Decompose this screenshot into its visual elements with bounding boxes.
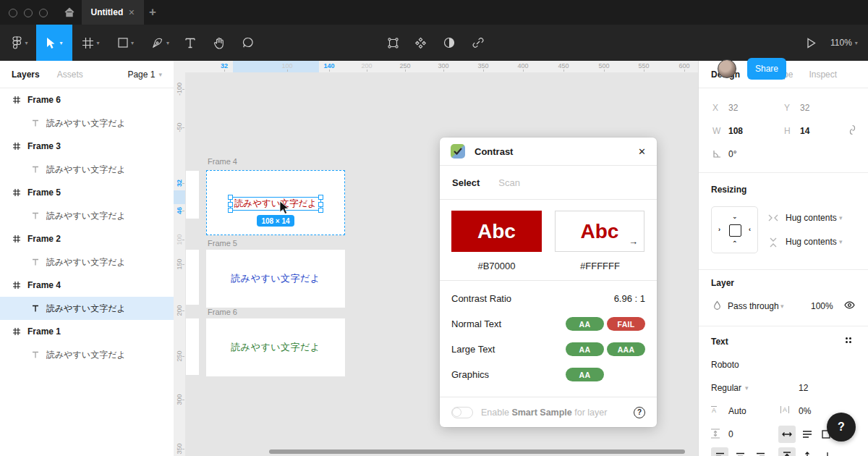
y-input[interactable]: 32 — [800, 103, 809, 113]
layer-row-text[interactable]: 読みやすい文字だよ — [0, 158, 174, 181]
rotation-input[interactable]: 0° — [728, 149, 736, 159]
text-selection-box[interactable]: 読みやすい文字だよ — [230, 197, 321, 211]
hand-tool-button[interactable] — [208, 25, 230, 61]
frame-5-label[interactable]: Frame 5 — [208, 239, 237, 248]
layer-row-frame-3[interactable]: Frame 3 — [0, 135, 174, 158]
mask-button[interactable] — [438, 25, 460, 61]
partial-frame[interactable] — [186, 318, 199, 375]
shape-tool-button[interactable]: ▾ — [110, 25, 142, 61]
comment-tool-button[interactable] — [237, 25, 259, 61]
share-button[interactable]: Share — [747, 58, 786, 80]
selection-handle[interactable] — [228, 195, 233, 200]
home-icon[interactable] — [64, 7, 75, 18]
frame-6[interactable]: 読みやすい文字だよ — [206, 318, 345, 376]
text-styles-icon[interactable] — [846, 337, 851, 343]
text-align-right-button[interactable] — [752, 447, 769, 456]
chevron-down-icon[interactable]: ▾ — [839, 238, 843, 245]
opacity-input[interactable]: 100% — [811, 301, 833, 311]
selection-handle[interactable] — [318, 202, 323, 207]
horizontal-scrollbar[interactable] — [269, 449, 685, 454]
blend-mode-select[interactable]: Pass through — [728, 301, 779, 311]
tab-assets[interactable]: Assets — [57, 69, 83, 80]
layer-row-text[interactable]: 読みやすい文字だよ — [0, 111, 174, 135]
chevron-down-icon[interactable]: ▾ — [780, 303, 784, 310]
paragraph-spacing-input[interactable]: 0 — [728, 429, 733, 439]
selection-handle[interactable] — [318, 195, 323, 200]
window-controls[interactable] — [9, 7, 54, 20]
dialog-header[interactable]: Contrast ✕ — [440, 138, 657, 166]
pen-tool-button[interactable]: ▾ — [145, 25, 176, 61]
vertical-resizing-select[interactable]: Hug contents — [786, 237, 837, 247]
font-family-select[interactable]: Roboto — [711, 360, 739, 370]
line-height-input[interactable]: Auto — [728, 406, 746, 416]
background-swatch[interactable]: Abc → — [555, 211, 644, 252]
foreground-swatch[interactable]: Abc — [451, 211, 542, 252]
partial-frame[interactable] — [186, 171, 199, 219]
vertical-align-middle-button[interactable] — [799, 447, 816, 456]
frame-4-text[interactable]: 読みやすい文字だよ — [234, 198, 317, 210]
tab-select[interactable]: Select — [452, 177, 480, 188]
close-tab-icon[interactable]: ✕ — [128, 8, 135, 17]
layer-row-frame-4[interactable]: Frame 4 — [0, 274, 174, 297]
x-input[interactable]: 32 — [728, 103, 738, 113]
height-input[interactable]: 14 — [800, 126, 809, 136]
layer-row-text-selected[interactable]: 読みやすい文字だよ — [0, 297, 174, 320]
help-button[interactable]: ? — [827, 413, 856, 442]
main-menu-button[interactable]: ▾ — [6, 25, 35, 61]
dialog-footer: Enable Smart Sample for layer ? — [440, 397, 657, 427]
frame-5[interactable]: 読みやすい文字だよ — [206, 250, 345, 308]
present-button[interactable] — [800, 25, 822, 61]
vertical-align-top-button[interactable] — [778, 447, 796, 456]
layer-row-frame-1[interactable]: Frame 1 — [0, 320, 174, 343]
selection-handle[interactable] — [318, 208, 323, 213]
toggle-knob — [452, 408, 461, 417]
font-size-input[interactable]: 12 — [799, 383, 808, 393]
chevron-down-icon[interactable]: ▾ — [839, 214, 843, 221]
width-input[interactable]: 108 — [728, 126, 743, 136]
visibility-eye-icon[interactable] — [844, 301, 855, 309]
tab-scan[interactable]: Scan — [498, 177, 520, 188]
swap-arrow-icon[interactable]: → — [629, 236, 638, 247]
font-weight-select[interactable]: Regular — [711, 383, 741, 393]
tab-inspect[interactable]: Inspect — [809, 69, 837, 80]
auto-height-button[interactable] — [799, 426, 816, 443]
link-button[interactable] — [467, 25, 489, 61]
chevron-down-icon[interactable]: ▾ — [745, 384, 749, 392]
frame-6-label[interactable]: Frame 6 — [208, 308, 237, 316]
layer-row-frame-5[interactable]: Frame 5 — [0, 181, 174, 204]
frame-5-text[interactable]: 読みやすい文字だよ — [231, 272, 320, 285]
text-align-left-button[interactable] — [711, 447, 728, 456]
layer-row-frame-6[interactable]: Frame 6 — [0, 88, 174, 111]
new-tab-icon[interactable]: + — [149, 5, 156, 20]
page-selector[interactable]: Page 1▾ — [127, 69, 162, 80]
horizontal-resizing-select[interactable]: Hug contents — [786, 213, 837, 223]
layer-row-text[interactable]: 読みやすい文字だよ — [0, 204, 174, 227]
file-tab[interactable]: Untitled ✕ — [82, 0, 144, 25]
create-component-button[interactable] — [409, 25, 431, 61]
frame-tool-button[interactable]: ▾ — [75, 25, 107, 61]
smart-sample-toggle[interactable] — [451, 407, 473, 418]
frame-6-text[interactable]: 読みやすい文字だよ — [231, 341, 320, 354]
help-icon[interactable]: ? — [634, 407, 645, 418]
auto-width-button[interactable] — [778, 426, 796, 443]
text-tool-button[interactable] — [179, 25, 201, 61]
selection-handle[interactable] — [228, 202, 233, 207]
frame-4-label[interactable]: Frame 4 — [208, 157, 237, 166]
layer-row-text[interactable]: 読みやすい文字だよ — [0, 250, 174, 274]
layer-row-text[interactable]: 読みやすい文字だよ — [0, 343, 174, 366]
move-tool-button[interactable]: ▾ — [36, 25, 72, 61]
component-icon — [414, 37, 427, 49]
partial-frame[interactable] — [186, 250, 199, 305]
layer-row-frame-2[interactable]: Frame 2 — [0, 227, 174, 250]
constrain-proportions-icon[interactable] — [848, 124, 857, 135]
tab-layers[interactable]: Layers — [12, 69, 40, 80]
frame-icon — [13, 282, 20, 289]
close-icon[interactable]: ✕ — [638, 146, 646, 157]
zoom-level-control[interactable]: 110% ▾ — [830, 25, 858, 61]
letter-spacing-input[interactable]: 0% — [799, 406, 811, 416]
avatar[interactable] — [718, 59, 736, 78]
text-align-center-button[interactable] — [731, 447, 749, 456]
edit-object-button[interactable] — [382, 25, 404, 61]
vertical-align-bottom-button[interactable] — [819, 447, 836, 456]
selection-handle[interactable] — [228, 208, 233, 213]
